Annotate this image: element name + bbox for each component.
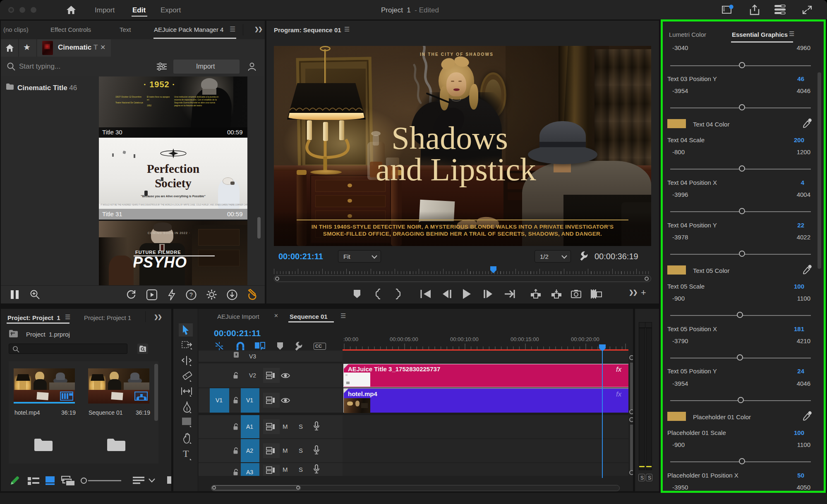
svg-text:?: ? bbox=[189, 291, 193, 298]
svg-text:T: T bbox=[183, 449, 189, 459]
